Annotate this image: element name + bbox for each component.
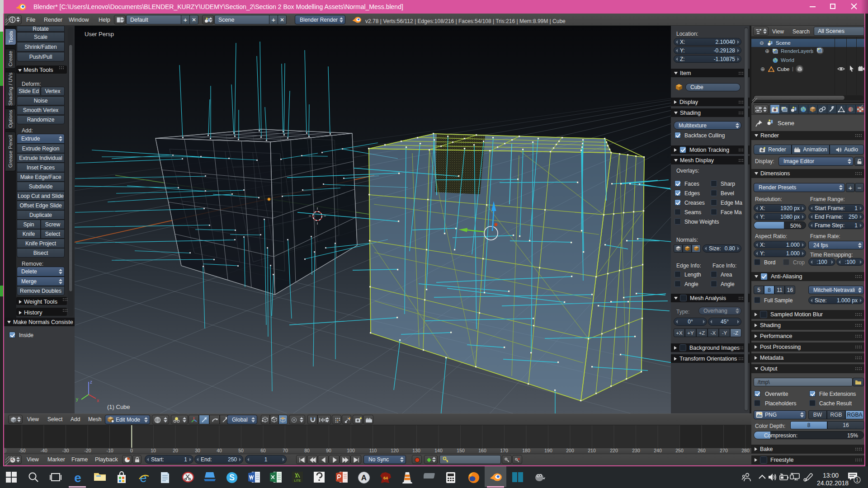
svg-text:y: y [76, 397, 78, 402]
svg-text:130: 130 [412, 448, 420, 453]
svg-text:60: 60 [260, 448, 266, 453]
svg-text:150: 150 [457, 448, 465, 453]
svg-text:z: z [90, 380, 92, 385]
svg-text:70: 70 [283, 448, 288, 453]
svg-text:30: 30 [195, 448, 200, 453]
svg-text:(1) Cube: (1) Cube [107, 404, 130, 410]
svg-text:260: 260 [698, 448, 706, 453]
svg-text:20: 20 [173, 448, 178, 453]
svg-text:90: 90 [326, 448, 331, 453]
svg-text:1: 1 [856, 478, 859, 483]
svg-text:User Persp: User Persp [85, 31, 114, 38]
svg-text:120: 120 [391, 448, 399, 453]
svg-text:270: 270 [720, 448, 728, 453]
svg-text:220: 220 [610, 448, 618, 453]
svg-text:-40: -40 [40, 448, 47, 453]
svg-text:180: 180 [522, 448, 530, 453]
svg-text:A: A [361, 474, 367, 482]
svg-text:-20: -20 [84, 448, 91, 453]
svg-text:170: 170 [500, 448, 508, 453]
svg-text:200: 200 [566, 448, 574, 453]
svg-text:40: 40 [217, 448, 222, 453]
svg-text:230: 230 [632, 448, 640, 453]
svg-text:190: 190 [544, 448, 552, 453]
svg-text:100: 100 [347, 448, 355, 453]
svg-text:250: 250 [675, 448, 684, 453]
svg-text:160: 160 [478, 448, 486, 453]
svg-text:-50: -50 [19, 448, 25, 453]
svg-text:e: e [74, 471, 81, 484]
svg-text:10: 10 [151, 448, 156, 453]
svg-text:50: 50 [238, 448, 244, 453]
svg-text:140: 140 [434, 448, 443, 453]
svg-text:240: 240 [654, 448, 662, 453]
svg-text:-10: -10 [106, 448, 113, 453]
svg-text:0: 0 [130, 448, 133, 453]
svg-text:210: 210 [588, 448, 596, 453]
svg-text:280: 280 [741, 448, 750, 453]
svg-text:x: x [97, 398, 99, 403]
svg-text:LITE: LITE [294, 479, 301, 482]
svg-text:64: 64 [383, 476, 388, 480]
svg-text:-30: -30 [62, 448, 69, 453]
svg-text:80: 80 [304, 448, 310, 453]
svg-text:110: 110 [369, 448, 377, 453]
